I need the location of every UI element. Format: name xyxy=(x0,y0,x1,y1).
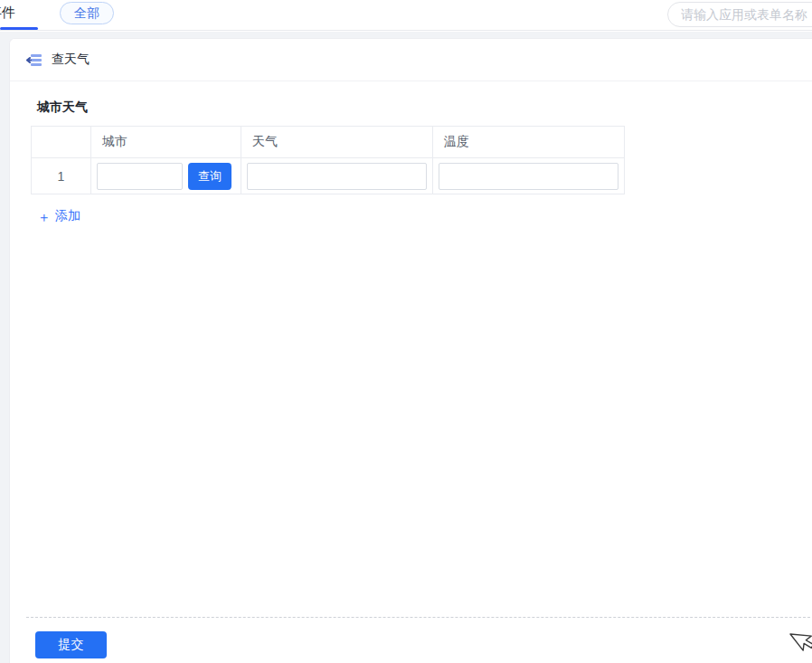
submit-button[interactable]: 提交 xyxy=(35,631,107,658)
column-header-weather: 天气 xyxy=(241,127,433,158)
page-background: 查天气 城市天气 城市 天气 温度 1 xyxy=(0,32,812,663)
column-header-index xyxy=(32,127,91,158)
search-input[interactable] xyxy=(667,2,812,27)
form-body: 城市天气 城市 天气 温度 1 xyxy=(10,81,812,224)
city-cell: 查询 xyxy=(91,158,241,194)
row-index: 1 xyxy=(32,158,91,194)
city-input[interactable] xyxy=(97,163,183,190)
add-row-button[interactable]: ＋ 添加 xyxy=(37,208,80,224)
form-panel: 查天气 城市天气 城市 天气 温度 1 xyxy=(9,38,812,663)
footer-divider xyxy=(26,617,812,618)
table-header-row: 城市 天气 温度 xyxy=(32,127,625,158)
city-weather-table: 城市 天气 温度 1 查询 xyxy=(31,126,625,194)
active-tab-underline xyxy=(0,27,38,30)
panel-title: 查天气 xyxy=(52,52,90,68)
subtable-field-label: 城市天气 xyxy=(37,99,812,116)
column-header-temperature: 温度 xyxy=(433,127,625,158)
weather-input[interactable] xyxy=(247,163,427,190)
temperature-input[interactable] xyxy=(439,163,618,190)
add-row-label: 添加 xyxy=(55,208,80,224)
tab-events[interactable]: 事件 xyxy=(0,5,15,22)
filter-all-pill[interactable]: 全部 xyxy=(60,2,114,24)
query-button[interactable]: 查询 xyxy=(188,163,231,190)
temperature-cell xyxy=(433,158,625,194)
plus-icon: ＋ xyxy=(37,210,51,223)
collapse-outdent-icon[interactable] xyxy=(26,52,42,68)
weather-cell xyxy=(241,158,433,194)
table-row: 1 查询 xyxy=(32,158,625,194)
panel-header: 查天气 xyxy=(10,39,812,81)
top-tab-bar: 事件 全部 xyxy=(0,0,812,31)
column-header-city: 城市 xyxy=(91,127,241,158)
